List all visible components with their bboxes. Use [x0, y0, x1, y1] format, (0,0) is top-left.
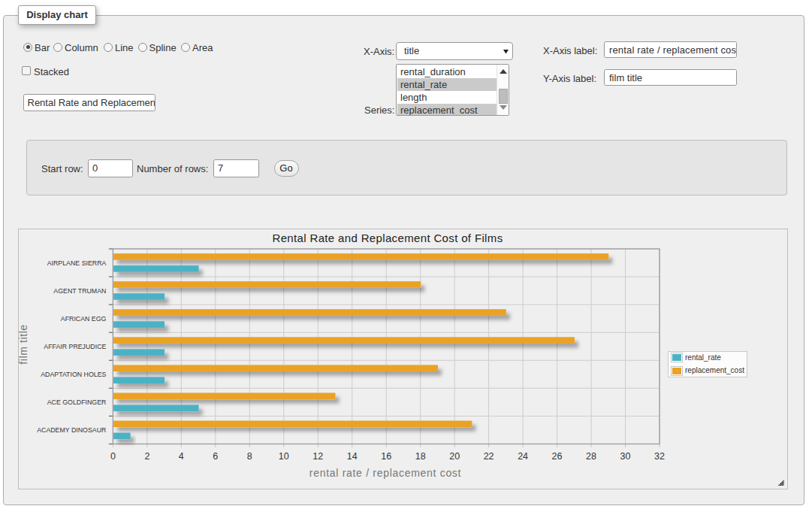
svg-text:6: 6: [213, 451, 218, 462]
svg-text:Rental Rate and Replacement Co: Rental Rate and Replacement Cost of Film…: [273, 232, 503, 244]
svg-text:30: 30: [620, 451, 631, 462]
svg-text:AFFAIR PREJUDICE: AFFAIR PREJUDICE: [44, 343, 106, 350]
svg-text:rental rate / replacement cost: rental rate / replacement cost: [309, 467, 461, 479]
svg-text:4: 4: [179, 451, 184, 462]
svg-text:ACADEMY DINOSAUR: ACADEMY DINOSAUR: [37, 426, 106, 434]
svg-text:AFRICAN EGG: AFRICAN EGG: [61, 315, 107, 323]
svg-text:14: 14: [347, 451, 358, 462]
svg-text:ADAPTATION HOLES: ADAPTATION HOLES: [41, 371, 106, 378]
svg-text:24: 24: [518, 451, 528, 462]
svg-text:20: 20: [449, 451, 460, 462]
svg-text:ACE GOLDFINGER: ACE GOLDFINGER: [47, 398, 107, 406]
svg-text:12: 12: [312, 451, 323, 462]
svg-text:film title: film title: [18, 324, 29, 364]
svg-text:AIRPLANE SIERRA: AIRPLANE SIERRA: [47, 259, 107, 267]
svg-text:16: 16: [381, 451, 391, 462]
svg-text:AGENT TRUMAN: AGENT TRUMAN: [53, 287, 106, 295]
svg-text:18: 18: [415, 451, 426, 462]
svg-text:2: 2: [144, 451, 149, 462]
svg-text:28: 28: [586, 451, 596, 462]
svg-text:32: 32: [654, 451, 665, 462]
svg-text:26: 26: [552, 451, 563, 462]
svg-text:8: 8: [247, 451, 252, 462]
svg-text:10: 10: [279, 451, 289, 462]
svg-text:22: 22: [484, 451, 494, 462]
svg-text:0: 0: [110, 451, 116, 462]
